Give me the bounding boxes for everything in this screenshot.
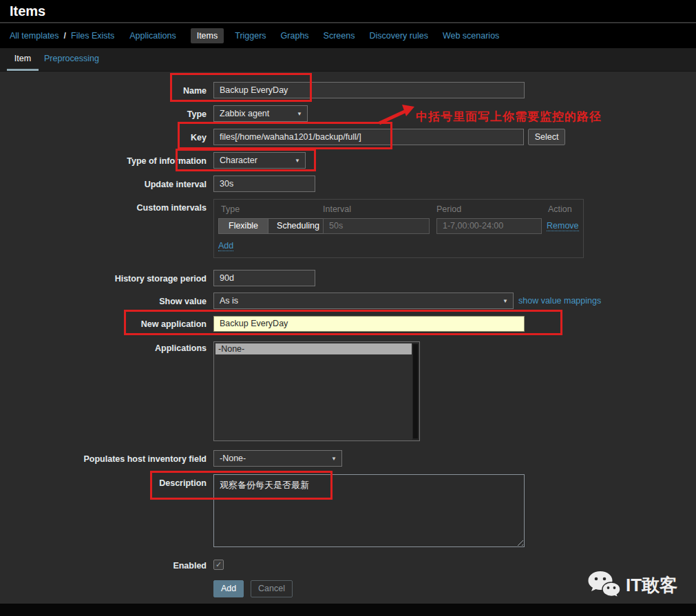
name-label: Name: [10, 86, 207, 96]
nav-item-discovery-rules[interactable]: Discovery rules: [369, 31, 428, 41]
nav-item-items[interactable]: Items: [191, 28, 224, 43]
type-of-information-select[interactable]: Character ▼: [213, 152, 306, 169]
nav-item-screens[interactable]: Screens: [324, 31, 355, 41]
update-interval-input[interactable]: 30s: [213, 176, 315, 192]
page-title: Items: [10, 3, 45, 19]
description-label: Description: [10, 478, 207, 488]
populates-host-inventory-select[interactable]: -None- ▼: [213, 450, 342, 467]
breadcrumb-template-name[interactable]: Files Exists: [71, 31, 114, 41]
custom-intervals-group: Type Interval Period Action Flexible Sch…: [213, 199, 584, 258]
applications-listbox[interactable]: -None-: [213, 341, 420, 441]
chevron-down-icon: ▼: [295, 153, 300, 169]
key-input[interactable]: files[/home/wahaha1201/backup/full/]: [213, 129, 524, 145]
ci-header-type: Type: [221, 204, 240, 214]
applications-option-none[interactable]: -None-: [215, 343, 412, 354]
show-value-select[interactable]: As is ▼: [213, 293, 514, 309]
wechat-icon: [587, 570, 622, 600]
type-select-value: Zabbix agent: [220, 109, 269, 118]
ci-header-interval: Interval: [323, 204, 351, 214]
bottom-bar: [0, 604, 696, 616]
breadcrumb-separator: /: [64, 31, 66, 41]
watermark: IT敢客: [587, 570, 677, 600]
breadcrumb: All templates / Files Exists Application…: [0, 23, 696, 48]
chevron-down-icon: ▼: [503, 293, 508, 309]
populates-host-inventory-label: Populates host inventory field: [10, 454, 207, 464]
custom-intervals-label: Custom intervals: [10, 203, 207, 213]
ci-add-link[interactable]: Add: [218, 241, 233, 251]
description-text: 观察备份每天是否最新: [220, 480, 309, 490]
ci-scheduling-button[interactable]: Scheduling: [268, 219, 328, 233]
ci-remove-link[interactable]: Remove: [547, 221, 579, 231]
applications-scrollbar[interactable]: [412, 343, 419, 440]
ci-interval-input[interactable]: 50s: [323, 218, 430, 234]
type-of-information-label: Type of information: [10, 156, 207, 166]
resize-handle-icon[interactable]: [515, 538, 523, 546]
history-storage-period-label: History storage period: [10, 274, 207, 284]
new-application-input[interactable]: Backup EveryDay: [213, 316, 525, 332]
tab-item[interactable]: Item: [7, 48, 39, 71]
watermark-text: IT敢客: [626, 573, 677, 597]
nav-item-web-scenarios[interactable]: Web scenarios: [443, 31, 499, 41]
ci-header-action: Action: [548, 204, 572, 214]
annotation-arrow-icon: [377, 103, 416, 125]
update-interval-label: Update interval: [10, 180, 207, 189]
description-textarea[interactable]: 观察备份每天是否最新: [213, 474, 525, 547]
applications-label: Applications: [10, 343, 207, 353]
history-storage-period-input[interactable]: 90d: [213, 270, 315, 286]
tab-bar: Item Preprocessing: [0, 48, 696, 72]
check-icon: ✓: [215, 560, 222, 569]
chevron-down-icon: ▼: [297, 106, 302, 122]
applications-scrollbar-thumb[interactable]: [413, 344, 418, 438]
new-application-label: New application: [10, 319, 207, 329]
nav-item-triggers[interactable]: Triggers: [235, 31, 266, 41]
breadcrumb-group: All templates / Files Exists: [10, 31, 114, 41]
page-header: Items: [0, 0, 696, 23]
ci-flexible-button[interactable]: Flexible: [219, 219, 268, 233]
type-select[interactable]: Zabbix agent ▼: [213, 105, 308, 122]
ci-period-input[interactable]: 1-7,00:00-24:00: [436, 218, 542, 234]
key-label: Key: [10, 133, 207, 142]
nav-item-applications[interactable]: Applications: [129, 31, 176, 41]
zabbix-item-form-page: Items All templates / Files Exists Appli…: [0, 0, 696, 616]
key-select-button[interactable]: Select: [528, 129, 565, 145]
add-button[interactable]: Add: [213, 580, 244, 597]
tab-preprocessing[interactable]: Preprocessing: [44, 48, 99, 71]
show-value-value: As is: [220, 296, 238, 306]
type-of-information-value: Character: [220, 156, 257, 165]
annotation-text: 中括号里面写上你需要监控的路径: [416, 109, 602, 125]
cancel-button[interactable]: Cancel: [251, 580, 293, 597]
show-value-label: Show value: [10, 297, 207, 306]
ci-type-toggle: Flexible Scheduling: [218, 218, 328, 234]
populates-host-inventory-value: -None-: [220, 454, 246, 463]
nav-item-graphs[interactable]: Graphs: [281, 31, 309, 41]
name-input[interactable]: Backup EveryDay: [213, 82, 525, 98]
chevron-down-icon: ▼: [331, 451, 337, 467]
type-label: Type: [10, 109, 207, 119]
show-value-mappings-link[interactable]: show value mappings: [518, 296, 601, 306]
enabled-checkbox[interactable]: ✓: [213, 560, 224, 570]
breadcrumb-all-templates[interactable]: All templates: [10, 31, 59, 41]
enabled-label: Enabled: [10, 561, 207, 571]
ci-header-period: Period: [436, 204, 461, 214]
